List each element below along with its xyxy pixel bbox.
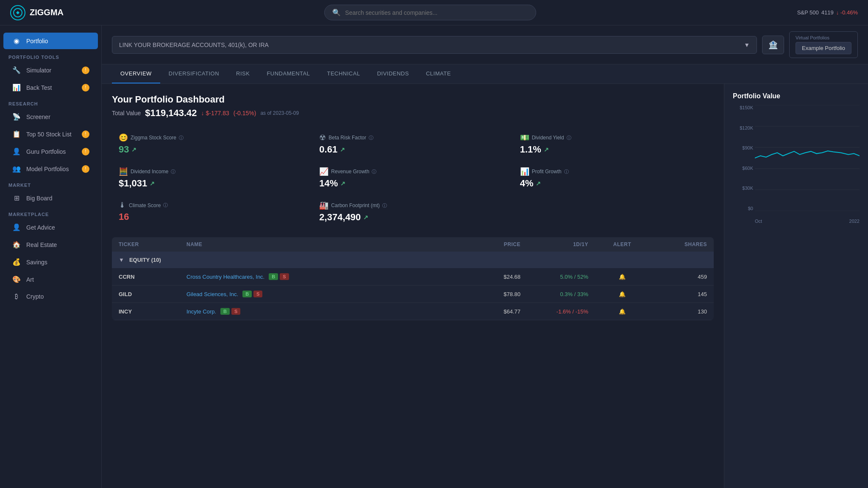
stock-name-ccrn[interactable]: Cross Country Healthcares, Inc. — [186, 274, 264, 280]
sp500-label: S&P 500 — [797, 9, 819, 16]
sidebar-item-label: Portfolio — [26, 38, 48, 44]
alert-bell-incy[interactable]: 🔔 — [588, 308, 656, 315]
screener-icon: 📡 — [12, 113, 21, 121]
tab-dividends[interactable]: DIVIDENDS — [369, 64, 417, 83]
stock-name-incy[interactable]: Incyte Corp. — [186, 308, 216, 315]
alert-bell-ccrn[interactable]: 🔔 — [588, 274, 656, 280]
sidebar-item-getadvice[interactable]: 👤 Get Advice — [3, 219, 98, 236]
search-input[interactable] — [345, 9, 528, 16]
profit-growth-icon: 📊 — [520, 167, 529, 176]
info-icon[interactable]: ⓘ — [567, 135, 571, 141]
logo-text: ZIGGMA — [30, 8, 64, 17]
info-icon[interactable]: ⓘ — [163, 202, 168, 208]
info-icon[interactable]: ⓘ — [564, 169, 569, 175]
bs-badges-gild: B S — [242, 291, 262, 297]
info-icon[interactable]: ⓘ — [382, 202, 387, 209]
logo-icon — [10, 5, 25, 20]
perf-incy: -1.6% / -15% — [520, 308, 588, 315]
trend-icon: ↗ — [340, 180, 345, 187]
sidebar-item-backtest[interactable]: 📊 Back Test ! — [3, 79, 98, 96]
sidebar-item-label: Screener — [26, 114, 50, 120]
down-arrow-icon: ↓ — [836, 9, 839, 16]
sidebar-item-portfolio[interactable]: ◉ Portfolio — [3, 33, 98, 49]
trend-icon: ↗ — [363, 214, 368, 221]
sidebar-item-label: Back Test — [26, 84, 52, 91]
alert-bell-gild[interactable]: 🔔 — [588, 291, 656, 297]
revenue-growth-label: Revenue Growth — [331, 169, 369, 175]
sidebar-item-top50[interactable]: 📋 Top 50 Stock List ! — [3, 126, 98, 142]
price-incy: $64.77 — [453, 308, 520, 315]
badge-b-ccrn[interactable]: B — [269, 273, 278, 280]
badge-s-incy[interactable]: S — [231, 308, 240, 315]
sidebar-item-label: Model Portfolios — [26, 166, 69, 172]
beta-icon: ☢ — [319, 133, 326, 142]
trend-icon: ↗ — [131, 146, 136, 153]
search-bar[interactable]: 🔍 — [324, 5, 536, 20]
link-accounts-text: LINK YOUR BROKERAGE ACCOUNTS, 401(k), OR… — [119, 42, 269, 48]
beta-label: Beta Risk Factor — [328, 135, 366, 141]
sp500-value: 4119 — [821, 9, 834, 16]
portfolio-header: LINK YOUR BROKERAGE ACCOUNTS, 401(k), OR… — [102, 25, 868, 64]
price-ccrn: $24.68 — [453, 274, 520, 280]
tab-overview[interactable]: OVERVIEW — [112, 64, 160, 83]
sidebar-item-label: Big Board — [26, 195, 52, 202]
dividend-yield-icon: 💵 — [520, 133, 529, 142]
badge-s-gild[interactable]: S — [253, 291, 262, 297]
table-row: INCY Incyte Corp. B S $64.77 -1.6% / -15… — [112, 303, 714, 320]
example-portfolio-btn[interactable]: Example Portfolio — [796, 42, 851, 54]
tab-technical[interactable]: TECHNICAL — [318, 64, 368, 83]
sidebar-item-label: Get Advice — [26, 224, 55, 231]
sidebar-item-savings[interactable]: 💰 Savings — [3, 254, 98, 270]
info-icon[interactable]: ⓘ — [179, 135, 184, 141]
sidebar-item-crypto[interactable]: ₿ Crypto — [3, 288, 98, 305]
search-icon: 🔍 — [332, 8, 341, 17]
metric-climate-score: 🌡 Climate Score ⓘ 16 — [112, 195, 312, 229]
ziggma-score-label: Ziggma Stock Score — [131, 135, 176, 141]
guru-icon: 👤 — [12, 147, 21, 155]
badge-b-gild[interactable]: B — [242, 291, 252, 297]
tab-fundamental[interactable]: FUNDAMENTAL — [258, 64, 318, 83]
link-accounts-bar[interactable]: LINK YOUR BROKERAGE ACCOUNTS, 401(k), OR… — [112, 36, 757, 54]
shares-ccrn: 459 — [656, 274, 707, 280]
bs-badges-ccrn: B S — [269, 273, 289, 280]
bank-icon-btn[interactable]: 🏦 — [762, 36, 784, 54]
portfolio-icon: ◉ — [12, 37, 21, 45]
as-of-date: as of 2023-05-09 — [260, 110, 299, 116]
top50-badge: ! — [82, 130, 89, 138]
sidebar-item-guru[interactable]: 👤 Guru Portfolios ! — [3, 143, 98, 160]
tab-climate[interactable]: CLIMATE — [417, 64, 459, 83]
profit-growth-value: 4% ↗ — [520, 178, 707, 189]
sidebar-item-bigboard[interactable]: ⊞ Big Board — [3, 190, 98, 206]
equity-chevron-icon[interactable]: ▼ — [119, 257, 124, 263]
sidebar-item-art[interactable]: 🎨 Art — [3, 271, 98, 288]
tab-risk[interactable]: RISK — [228, 64, 258, 83]
sidebar-item-realestate[interactable]: 🏠 Real Estate — [3, 236, 98, 253]
sidebar-item-simulator[interactable]: 🔧 Simulator ! — [3, 62, 98, 78]
perf-ccrn: 5.0% / 52% — [520, 274, 588, 280]
sidebar-item-label: Guru Portfolios — [26, 148, 66, 155]
badge-s-ccrn[interactable]: S — [280, 273, 289, 280]
info-icon[interactable]: ⓘ — [369, 135, 373, 141]
down-arrow-icon: ↓ — [201, 110, 204, 116]
portfolio-chart-panel: Portfolio Value $150K $120K $90K $60K $3… — [724, 84, 868, 488]
revenue-growth-value: 14% ↗ — [319, 178, 506, 189]
sidebar-item-label: Savings — [26, 259, 47, 266]
bs-badges-incy: B S — [220, 308, 240, 315]
sidebar-item-model[interactable]: 👥 Model Portfolios ! — [3, 161, 98, 177]
metric-profit-growth: 📊 Profit Growth ⓘ 4% ↗ — [513, 161, 714, 195]
tools-section-label: PORTFOLIO TOOLS — [0, 50, 101, 61]
climate-score-label: Climate Score — [129, 202, 161, 208]
info-icon[interactable]: ⓘ — [372, 169, 376, 175]
sidebar-item-screener[interactable]: 📡 Screener — [3, 108, 98, 125]
tab-diversification[interactable]: DIVERSIFICATION — [160, 64, 228, 83]
research-section-label: RESEARCH — [0, 96, 101, 108]
perf-gild: 0.3% / 33% — [520, 291, 588, 297]
backtest-badge: ! — [82, 84, 89, 92]
stock-name-gild[interactable]: Gilead Sciences, Inc. — [186, 291, 238, 297]
ticker-gild: GILD — [119, 291, 186, 297]
table-row: CCRN Cross Country Healthcares, Inc. B S… — [112, 268, 714, 286]
info-icon[interactable]: ⓘ — [171, 169, 175, 175]
badge-b-incy[interactable]: B — [220, 308, 230, 315]
revenue-growth-icon: 📈 — [319, 167, 328, 176]
chart-x-labels: Oct 2022 — [755, 219, 860, 224]
